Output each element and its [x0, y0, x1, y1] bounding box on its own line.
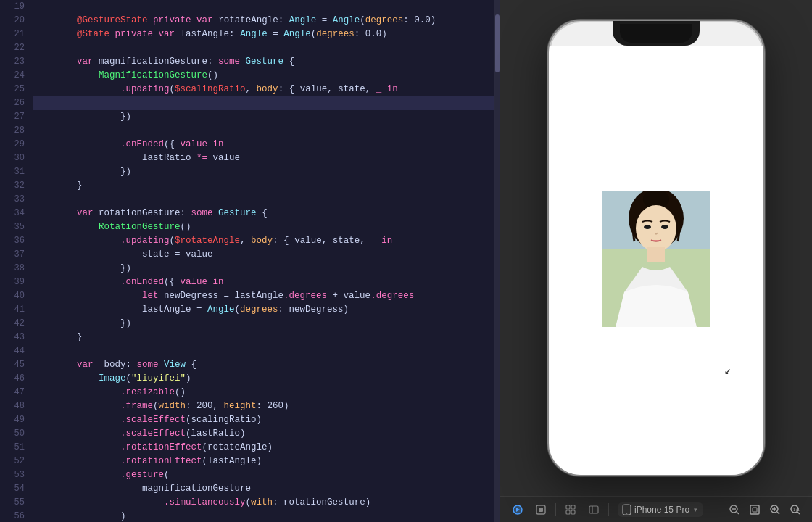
code-line-22: var magnificationGesture: some Gesture {	[33, 41, 494, 55]
code-line-54: .simultaneously(with: rotationGesture)	[33, 482, 494, 496]
svg-point-8	[661, 225, 668, 229]
line-num-37: 37	[0, 248, 25, 262]
svg-line-34	[798, 512, 800, 514]
svg-rect-14	[566, 505, 570, 509]
svg-point-5	[636, 205, 676, 252]
dynamic-island-inner	[620, 24, 692, 43]
iphone-dynamic-island	[613, 21, 700, 46]
svg-rect-13	[539, 508, 543, 512]
line-num-40: 40	[0, 289, 25, 303]
line-num-50: 50	[0, 427, 25, 441]
stop-button[interactable]	[532, 501, 550, 518]
phone-icon	[622, 504, 631, 515]
code-line-55: )	[33, 496, 494, 510]
run-button[interactable]	[509, 501, 526, 518]
line-num-41: 41	[0, 303, 25, 317]
line-num-53: 53	[0, 468, 25, 482]
iphone-screen: ↙	[549, 46, 763, 475]
line-num-39: 39	[0, 276, 25, 289]
iphone-frame: ↙	[547, 20, 765, 476]
toolbar-separator-1	[555, 503, 556, 516]
person-image	[602, 191, 710, 327]
line-num-46: 46	[0, 372, 25, 386]
svg-line-31	[777, 512, 779, 514]
code-line-19: @GestureState private var rotateAngle: A…	[33, 0, 494, 14]
line-num-52: 52	[0, 455, 25, 468]
line-num-51: 51	[0, 441, 25, 455]
code-lines[interactable]: @GestureState private var rotateAngle: A…	[30, 0, 494, 522]
line-num-49: 49	[0, 413, 25, 427]
svg-rect-26	[750, 505, 759, 514]
scrollbar-thumb[interactable]	[495, 14, 500, 72]
code-line-21	[33, 28, 494, 41]
line-num-25: 25	[0, 83, 25, 96]
device-selector[interactable]: iPhone 15 Pro ▾	[618, 502, 703, 517]
code-line-30: })	[33, 152, 494, 165]
line-num-29: 29	[0, 138, 25, 152]
line-num-22: 22	[0, 41, 25, 55]
line-num-30: 30	[0, 152, 25, 165]
code-line-40: lastAngle = Angle(degrees: newDegress)	[33, 289, 494, 303]
line-num-45: 45	[0, 358, 25, 372]
code-line-50: .rotationEffect(rotateAngle)	[33, 427, 494, 441]
line-num-55: 55	[0, 496, 25, 510]
svg-rect-17	[571, 510, 575, 514]
phone-image-container: ↙	[602, 191, 710, 331]
line-num-24: 24	[0, 69, 25, 83]
line-num-48: 48	[0, 399, 25, 413]
code-line-20: @State private var lastAngle: Angle = An…	[33, 14, 494, 28]
grid-icon	[566, 505, 576, 515]
svg-rect-27	[753, 508, 757, 512]
svg-rect-15	[571, 505, 575, 509]
svg-rect-6	[647, 247, 665, 262]
code-line-52: .gesture(	[33, 455, 494, 468]
line-num-27: 27	[0, 110, 25, 124]
code-line-35: .updating($rotateAngle, body: { value, s…	[33, 220, 494, 234]
code-line-49: .scaleEffect(lastRatio)	[33, 413, 494, 427]
code-line-51: .rotationEffect(lastAngle)	[33, 441, 494, 455]
preview-panel: ↙	[500, 0, 812, 522]
line-num-23: 23	[0, 55, 25, 69]
code-line-27	[33, 110, 494, 124]
code-line-24: .updating($scalingRatio, body: { value, …	[33, 69, 494, 83]
svg-line-25	[737, 512, 739, 514]
code-line-45: Image("liuyifei")	[33, 358, 494, 372]
run-icon	[513, 505, 523, 515]
svg-text:1:1: 1:1	[793, 508, 800, 512]
code-line-28: .onEnded({ value in	[33, 124, 494, 138]
device-name-label: iPhone 15 Pro	[634, 505, 689, 515]
line-num-21: 21	[0, 28, 25, 41]
scrollbar[interactable]	[494, 0, 500, 522]
toolbar-left: iPhone 15 Pro ▾	[509, 501, 703, 518]
zoom-out-button[interactable]	[726, 502, 742, 518]
line-num-31: 31	[0, 165, 25, 179]
zoom-in-button[interactable]	[767, 502, 783, 518]
code-line-25: state = value	[33, 83, 494, 96]
code-editor: 19 20 21 22 23 24 25 26 27 28 29 30 31 3…	[0, 0, 500, 522]
layout-button[interactable]	[585, 501, 602, 518]
zoom-actual-button[interactable]: 1:1	[787, 502, 803, 518]
line-num-35: 35	[0, 220, 25, 234]
code-line-34: RotationGesture()	[33, 207, 494, 220]
line-num-26: 26	[0, 96, 25, 110]
zoom-fit-icon	[749, 504, 761, 515]
svg-rect-22	[625, 504, 629, 505]
grid-button[interactable]	[562, 501, 579, 518]
line-num-32: 32	[0, 179, 25, 193]
svg-point-7	[644, 225, 651, 229]
line-numbers: 19 20 21 22 23 24 25 26 27 28 29 30 31 3…	[0, 0, 30, 522]
zoom-fit-button[interactable]	[747, 502, 763, 518]
line-num-36: 36	[0, 234, 25, 248]
code-line-26: })	[33, 96, 494, 110]
device-chevron-icon: ▾	[694, 506, 697, 513]
line-num-20: 20	[0, 14, 25, 28]
line-num-56: 56	[0, 510, 25, 522]
code-line-33: var rotationGesture: some Gesture {	[33, 193, 494, 207]
svg-rect-18	[589, 506, 598, 513]
line-num-44: 44	[0, 344, 25, 358]
code-line-53: magnificationGesture	[33, 468, 494, 482]
code-line-41: })	[33, 303, 494, 317]
line-num-54: 54	[0, 482, 25, 496]
line-num-34: 34	[0, 207, 25, 220]
toolbar-separator-2	[608, 503, 609, 516]
